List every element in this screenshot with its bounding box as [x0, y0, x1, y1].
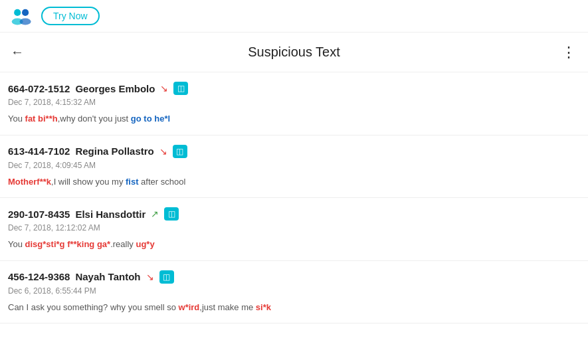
list-item[interactable]: 664-072-1512Georges Embolo↘◫Dec 7, 2018,… [0, 72, 588, 136]
message-text: Can I ask you something? why you smell s… [8, 301, 577, 314]
message-part: You [8, 239, 25, 249]
logo [11, 7, 33, 25]
message-part: fat bi**h [25, 114, 58, 124]
message-text: You disg*sti*g f**king ga*.really ug*y [8, 238, 577, 251]
arrow-up-icon: ↗ [151, 209, 159, 219]
list-item[interactable]: 290-107-8435Elsi Hansdottir↗◫Dec 7, 2018… [0, 198, 588, 261]
arrow-down-icon: ↘ [146, 272, 154, 282]
message-part: ,why don't you just [58, 114, 131, 124]
arrow-down-icon: ↘ [160, 83, 168, 94]
message-part: ,just make me [199, 302, 256, 312]
timestamp: Dec 7, 2018, 12:12:02 AM [8, 223, 577, 232]
svg-point-3 [20, 18, 31, 25]
message-part: ug*y [136, 239, 154, 249]
contact-name: Elsi Hansdottir [75, 209, 146, 220]
message-part: f**king ga* [65, 239, 111, 249]
phone-number: 613-414-7102 [8, 145, 70, 157]
chat-icon[interactable]: ◫ [173, 82, 188, 95]
chat-icon[interactable]: ◫ [159, 270, 174, 284]
message-part: w*ird [179, 302, 200, 312]
more-button[interactable]: ⋮ [561, 44, 577, 61]
chat-icon[interactable]: ◫ [164, 207, 179, 221]
message-text: Motherf**k,I will show you my fist after… [8, 175, 577, 189]
message-part: You [8, 114, 25, 124]
svg-point-1 [22, 9, 29, 16]
timestamp: Dec 6, 2018, 6:55:44 PM [8, 286, 577, 296]
phone-number: 664-072-1512 [8, 83, 70, 94]
back-button[interactable]: ← [11, 45, 24, 60]
item-header: 456-124-9368Nayah Tantoh↘◫ [8, 270, 577, 284]
message-part: after school [139, 177, 186, 187]
chat-icon[interactable]: ◫ [173, 145, 187, 158]
message-part: fist [126, 177, 139, 187]
list-item[interactable]: 613-414-7102Regina Pollastro↘◫Dec 7, 201… [0, 136, 588, 199]
top-bar: Try Now [0, 0, 588, 33]
timestamp: Dec 7, 2018, 4:09:45 AM [8, 161, 577, 170]
item-header: 664-072-1512Georges Embolo↘◫ [8, 82, 577, 95]
message-part: si*k [256, 302, 271, 312]
contact-name: Regina Pollastro [75, 145, 153, 157]
try-now-button[interactable]: Try Now [41, 7, 100, 25]
message-part: go to he*l [131, 114, 170, 124]
timestamp: Dec 7, 2018, 4:15:32 AM [8, 98, 577, 107]
page-header: ← Suspicious Text ⋮ [0, 33, 588, 72]
message-part: .really [110, 239, 136, 249]
item-header: 290-107-8435Elsi Hansdottir↗◫ [8, 207, 577, 221]
suspicious-text-list: 664-072-1512Georges Embolo↘◫Dec 7, 2018,… [0, 72, 588, 323]
phone-number: 456-124-9368 [8, 271, 70, 282]
contact-name: Nayah Tantoh [75, 271, 140, 282]
list-item[interactable]: 456-124-9368Nayah Tantoh↘◫Dec 6, 2018, 6… [0, 261, 588, 324]
message-part: disg*sti*g [25, 239, 65, 249]
message-text: You fat bi**h,why don't you just go to h… [8, 112, 577, 126]
message-part: Motherf**k [8, 177, 51, 187]
message-part: ,I will show you my [51, 177, 126, 187]
contact-name: Georges Embolo [75, 83, 155, 94]
arrow-down-icon: ↘ [159, 146, 167, 157]
logo-icon [11, 7, 33, 25]
page-title: Suspicious Text [248, 45, 340, 60]
item-header: 613-414-7102Regina Pollastro↘◫ [8, 145, 577, 158]
message-part: Can I ask you something? why you smell s… [8, 302, 179, 312]
svg-point-0 [14, 9, 21, 16]
phone-number: 290-107-8435 [8, 209, 70, 220]
